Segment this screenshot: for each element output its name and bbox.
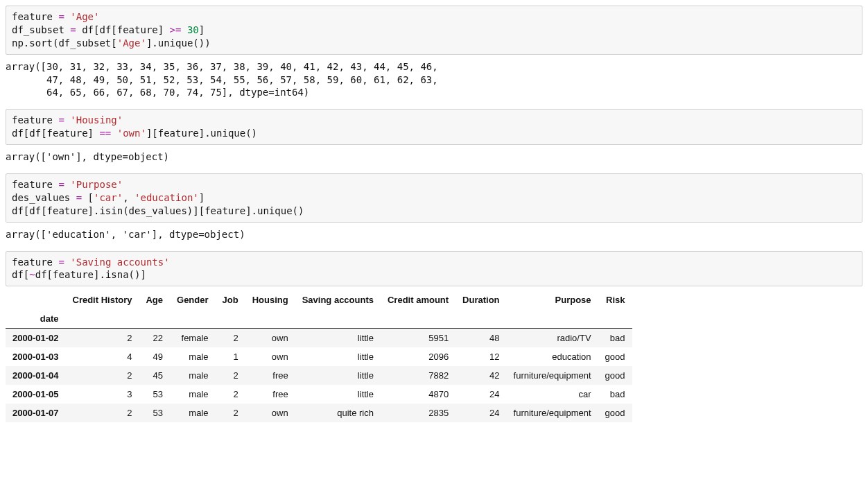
table-cell: 4 [66, 347, 139, 366]
table-cell: little [295, 347, 381, 366]
code-cell[interactable]: feature = 'Age' df_subset = df[df[featur… [6, 6, 862, 55]
table-cell: male [170, 366, 216, 385]
cell-output: array(['education', 'car'], dtype=object… [6, 225, 862, 248]
table-row: 2000-01-02222female2ownlittle595148radio… [6, 329, 632, 348]
table-cell: little [295, 329, 381, 348]
dataframe-output: Credit HistoryAgeGenderJobHousingSaving … [6, 291, 862, 422]
index-name: date [6, 309, 66, 329]
cell-output: array([30, 31, 32, 33, 34, 35, 36, 37, 3… [6, 58, 862, 107]
table-cell: education [507, 347, 598, 366]
row-index: 2000-01-05 [6, 385, 66, 404]
column-header: Purpose [507, 291, 598, 309]
table-cell: 2 [66, 329, 139, 348]
code-cell[interactable]: feature = 'Saving accounts' df[~df[featu… [6, 251, 862, 287]
column-header: Credit History [66, 291, 139, 309]
table-cell: 42 [455, 366, 506, 385]
column-header: Duration [455, 291, 506, 309]
table-cell: little [295, 366, 381, 385]
table-cell: 24 [455, 404, 506, 422]
table-cell: furniture/equipment [507, 366, 598, 385]
row-index: 2000-01-07 [6, 404, 66, 422]
table-cell: 3 [66, 385, 139, 404]
table-cell: free [245, 385, 295, 404]
column-header: Gender [170, 291, 216, 309]
table-cell: bad [598, 385, 632, 404]
code-cell[interactable]: feature = 'Purpose' des_values = ['car',… [6, 173, 862, 223]
table-cell: car [507, 385, 598, 404]
table-row: 2000-01-05353male2freelittle487024carbad [6, 385, 632, 404]
notebook: feature = 'Age' df_subset = df[df[featur… [6, 6, 862, 422]
table-cell: 2835 [381, 404, 455, 422]
table-cell: female [170, 329, 216, 348]
table-cell: own [245, 404, 295, 422]
column-header: Job [216, 291, 245, 309]
table-cell: 7882 [381, 366, 455, 385]
table-cell: 4870 [381, 385, 455, 404]
column-header: Credit amount [381, 291, 455, 309]
table-cell: male [170, 385, 216, 404]
column-header: Age [139, 291, 170, 309]
table-cell: 2096 [381, 347, 455, 366]
table-cell: 45 [139, 366, 170, 385]
table-cell: 2 [66, 404, 139, 422]
table-cell: 1 [216, 347, 245, 366]
table-cell: little [295, 385, 381, 404]
table-cell: 2 [216, 385, 245, 404]
table-cell: 49 [139, 347, 170, 366]
table-cell: furniture/equipment [507, 404, 598, 422]
row-index: 2000-01-04 [6, 366, 66, 385]
table-cell: good [598, 404, 632, 422]
table-cell: 24 [455, 385, 506, 404]
table-cell: 48 [455, 329, 506, 348]
table-row: 2000-01-04245male2freelittle788242furnit… [6, 366, 632, 385]
table-cell: bad [598, 329, 632, 348]
table-cell: own [245, 329, 295, 348]
table-cell: radio/TV [507, 329, 598, 348]
table-cell: 22 [139, 329, 170, 348]
table-row: 2000-01-03449male1ownlittle209612educati… [6, 347, 632, 366]
table-cell: male [170, 404, 216, 422]
row-index: 2000-01-02 [6, 329, 66, 348]
table-cell: 2 [66, 366, 139, 385]
column-header: Saving accounts [295, 291, 381, 309]
cell-output: array(['own'], dtype=object) [6, 148, 862, 171]
row-index: 2000-01-03 [6, 347, 66, 366]
column-header: Risk [598, 291, 632, 309]
table-cell: 53 [139, 385, 170, 404]
table-cell: male [170, 347, 216, 366]
table-cell: 5951 [381, 329, 455, 348]
table-cell: own [245, 347, 295, 366]
table-cell: 2 [216, 329, 245, 348]
table-row: 2000-01-07253male2ownquite rich283524fur… [6, 404, 632, 422]
table-cell: 12 [455, 347, 506, 366]
table-cell: 53 [139, 404, 170, 422]
table-cell: 2 [216, 366, 245, 385]
table-cell: good [598, 347, 632, 366]
table-cell: quite rich [295, 404, 381, 422]
table-cell: free [245, 366, 295, 385]
table-cell: 2 [216, 404, 245, 422]
code-cell[interactable]: feature = 'Housing' df[df[feature] == 'o… [6, 109, 862, 145]
column-header: Housing [245, 291, 295, 309]
table-cell: good [598, 366, 632, 385]
dataframe-table: Credit HistoryAgeGenderJobHousingSaving … [6, 291, 632, 422]
